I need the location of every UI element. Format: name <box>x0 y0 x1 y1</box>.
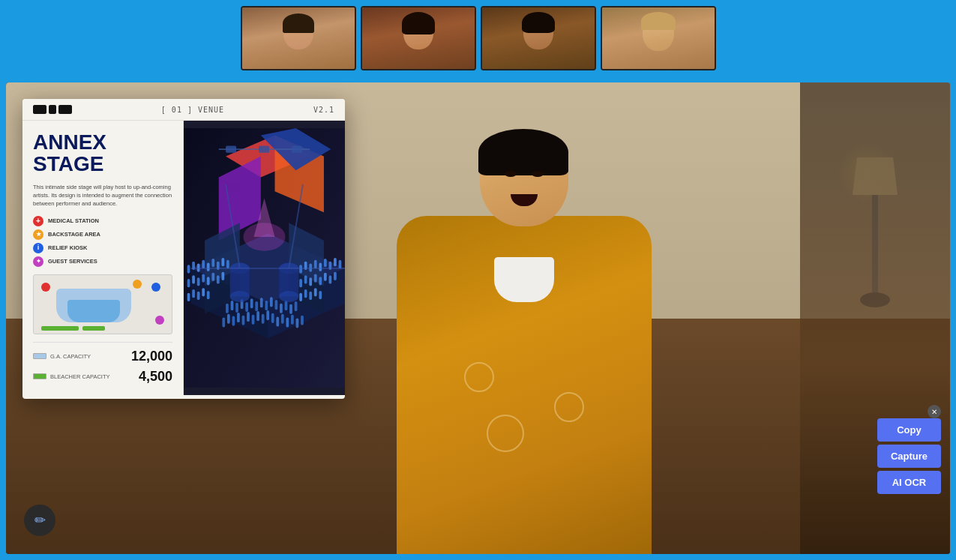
copy-button[interactable]: Copy <box>877 418 941 442</box>
svg-rect-20 <box>226 260 229 268</box>
svg-rect-68 <box>285 301 288 310</box>
svg-rect-15 <box>202 260 205 268</box>
bleacher-capacity-label: BLEACHER CAPACITY <box>33 373 109 380</box>
svg-rect-60 <box>245 302 248 312</box>
svg-point-90 <box>230 291 250 302</box>
svg-rect-27 <box>217 275 220 283</box>
svg-rect-52 <box>304 289 307 298</box>
ga-capacity-row: G.A. CAPACITY 12,000 <box>33 349 172 364</box>
svg-rect-49 <box>329 275 332 283</box>
bleacher-swatch <box>33 373 46 379</box>
svg-rect-56 <box>226 304 229 313</box>
svg-rect-25 <box>207 277 210 285</box>
participant-thumb-2[interactable] <box>361 6 476 70</box>
svg-rect-100 <box>226 145 236 152</box>
participant-thumb-4[interactable] <box>601 6 716 70</box>
slide-version: V2.1 <box>313 106 334 114</box>
svg-rect-33 <box>207 291 210 299</box>
svg-rect-22 <box>192 275 195 283</box>
presentation-slide: [ 01 ] VENUE V2.1 ANNEXSTAGE This intima… <box>22 99 345 399</box>
svg-rect-73 <box>232 316 235 326</box>
fp-guest-pin <box>155 316 164 325</box>
svg-rect-47 <box>319 277 322 285</box>
svg-rect-34 <box>299 265 302 273</box>
svg-rect-44 <box>304 275 307 283</box>
svg-rect-75 <box>242 316 245 325</box>
svg-rect-86 <box>296 318 299 328</box>
svg-rect-87 <box>301 316 304 325</box>
legend-items: + MEDICAL STATION ★ BACKSTAGE AREA i <box>33 216 172 267</box>
ga-swatch <box>33 353 46 359</box>
fp-backstage-pin <box>133 280 142 289</box>
svg-rect-102 <box>292 145 302 152</box>
fab-button[interactable]: ✏ <box>24 505 55 536</box>
floor-plan <box>33 274 172 334</box>
legend-dot-guest: ✦ <box>33 256 43 267</box>
svg-rect-17 <box>211 259 214 267</box>
iso-illustration-svg <box>184 121 345 395</box>
svg-rect-70 <box>295 301 298 311</box>
svg-rect-14 <box>197 263 200 271</box>
svg-rect-84 <box>286 317 289 327</box>
svg-rect-72 <box>227 314 230 324</box>
context-menu: ✕ Copy Capture AI OCR <box>877 418 941 494</box>
fp-medical-dot <box>41 283 50 292</box>
svg-rect-74 <box>237 313 240 322</box>
svg-rect-41 <box>334 258 337 266</box>
svg-rect-63 <box>260 298 263 307</box>
svg-rect-24 <box>202 274 205 283</box>
svg-rect-58 <box>235 303 238 313</box>
svg-rect-76 <box>247 312 250 322</box>
slide-right-panel <box>184 121 345 395</box>
slide-description: This intimate side stage will play host … <box>33 183 172 208</box>
svg-rect-32 <box>202 288 205 296</box>
svg-rect-43 <box>299 279 302 287</box>
svg-rect-45 <box>309 277 312 286</box>
svg-rect-62 <box>255 301 258 311</box>
ai-ocr-button[interactable]: AI OCR <box>877 471 941 494</box>
svg-rect-12 <box>187 265 190 273</box>
capacity-stats: G.A. CAPACITY 12,000 BLEACHER CAPACITY 4… <box>33 342 172 385</box>
svg-rect-61 <box>250 298 253 308</box>
pencil-icon: ✏ <box>34 512 46 529</box>
legend-item-backstage: ★ BACKSTAGE AREA <box>33 229 172 240</box>
bleacher-capacity-number: 4,500 <box>139 369 172 385</box>
slide-body: ANNEXSTAGE This intimate side stage will… <box>22 121 345 395</box>
bleacher-capacity-row: BLEACHER CAPACITY 4,500 <box>33 369 172 385</box>
svg-rect-65 <box>270 297 273 307</box>
svg-rect-46 <box>314 274 317 283</box>
slide-tag: [ 01 ] VENUE <box>161 106 224 114</box>
participant-thumb-1[interactable] <box>241 6 356 70</box>
svg-rect-38 <box>319 263 322 271</box>
presenter-video <box>337 120 712 554</box>
svg-rect-57 <box>231 301 234 310</box>
svg-rect-39 <box>324 259 327 267</box>
logo-shape-1 <box>33 105 46 114</box>
logo-shape-3 <box>58 105 72 114</box>
svg-rect-23 <box>197 277 200 286</box>
participant-thumb-3[interactable] <box>481 6 596 70</box>
svg-rect-50 <box>334 272 337 280</box>
svg-rect-80 <box>266 310 269 320</box>
svg-rect-69 <box>289 304 292 314</box>
capture-button[interactable]: Capture <box>877 445 941 468</box>
svg-rect-54 <box>314 288 317 296</box>
svg-rect-85 <box>291 315 294 325</box>
svg-rect-83 <box>281 314 284 324</box>
legend-item-medical: + MEDICAL STATION <box>33 216 172 226</box>
svg-rect-79 <box>262 314 265 324</box>
svg-rect-66 <box>275 300 278 310</box>
svg-rect-21 <box>187 279 190 287</box>
context-close-button[interactable]: ✕ <box>928 405 941 418</box>
main-video-area: [ 01 ] VENUE V2.1 ANNEXSTAGE This intima… <box>6 82 950 554</box>
svg-rect-77 <box>252 315 255 325</box>
slide-left-panel: ANNEXSTAGE This intimate side stage will… <box>22 121 184 395</box>
ga-capacity-label: G.A. CAPACITY <box>33 353 91 360</box>
svg-rect-37 <box>314 260 317 268</box>
svg-rect-53 <box>309 292 312 300</box>
fp-relief-dot <box>151 283 160 292</box>
svg-rect-42 <box>339 260 342 268</box>
svg-rect-101 <box>259 145 269 152</box>
legend-dot-relief: i <box>33 243 43 253</box>
svg-rect-71 <box>222 317 225 327</box>
